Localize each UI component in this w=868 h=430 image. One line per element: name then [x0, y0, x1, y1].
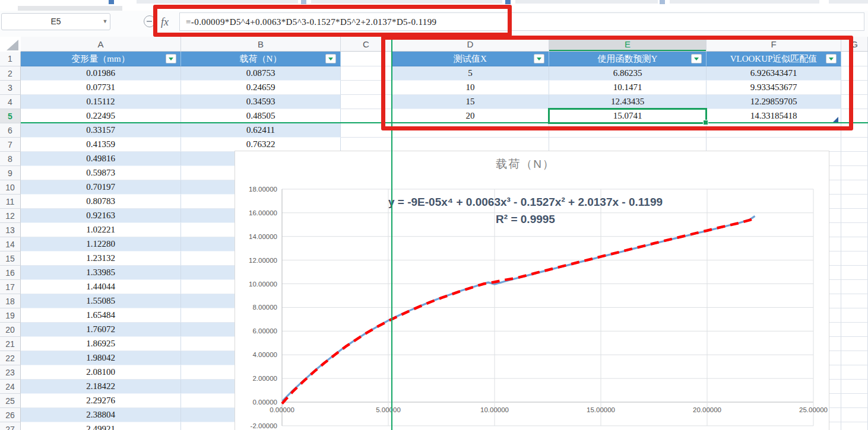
filter-dropdown-icon[interactable]	[166, 54, 176, 63]
row-header-25[interactable]: 25	[0, 394, 21, 408]
row-header-5[interactable]: 5	[0, 109, 21, 123]
cell-E7[interactable]	[549, 138, 707, 152]
cell-G22[interactable]	[841, 351, 868, 365]
cell-A13[interactable]: 1.02221	[21, 223, 181, 237]
cell-G14[interactable]	[841, 237, 868, 251]
cell-G9[interactable]	[841, 166, 868, 180]
row-header-19[interactable]: 19	[0, 308, 21, 323]
chart-area[interactable]: -2.000000.000002.000004.000006.000008.00…	[235, 151, 829, 430]
cell-F7[interactable]	[707, 138, 841, 152]
cell-A10[interactable]: 0.70197	[21, 180, 181, 195]
cell-G7[interactable]	[841, 138, 868, 152]
cell-G17[interactable]	[841, 280, 868, 294]
cell-B2[interactable]: 0.08753	[181, 66, 341, 81]
row-header-9[interactable]: 9	[0, 166, 21, 180]
y-tick-label: 10.00000	[249, 281, 277, 288]
row-header-12[interactable]: 12	[0, 209, 21, 223]
cell-A14[interactable]: 1.12280	[21, 237, 181, 251]
cell-A21[interactable]: 1.86925	[21, 337, 181, 351]
row-header-15[interactable]: 15	[0, 251, 21, 266]
row-header-18[interactable]: 18	[0, 294, 21, 308]
cell-C7[interactable]	[341, 138, 392, 152]
cell-G23[interactable]	[841, 365, 868, 380]
row-header-20[interactable]: 20	[0, 323, 21, 337]
cell-B5[interactable]: 0.48505	[181, 109, 341, 123]
cell-B7[interactable]: 0.76322	[181, 138, 341, 152]
cell-G10[interactable]	[841, 180, 868, 195]
column-header-A[interactable]: A	[21, 37, 181, 52]
select-all-corner[interactable]	[7, 40, 18, 50]
cell-G15[interactable]	[841, 251, 868, 266]
row-header-13[interactable]: 13	[0, 223, 21, 237]
chart-title[interactable]: 载荷（N）	[288, 157, 763, 172]
cell-G19[interactable]	[841, 308, 868, 323]
cell-A16[interactable]: 1.33985	[21, 266, 181, 280]
cell-A26[interactable]: 2.38804	[21, 408, 181, 422]
cell-A27[interactable]: 2.49921	[21, 422, 181, 430]
row-header-1[interactable]: 1	[0, 52, 21, 66]
row-header-4[interactable]: 4	[0, 95, 21, 109]
cell-A4[interactable]: 0.15112	[21, 95, 181, 109]
cell-B3[interactable]: 0.24659	[181, 81, 341, 95]
cell-G13[interactable]	[841, 223, 868, 237]
cell-A5[interactable]: 0.22495	[21, 109, 181, 123]
cell-G11[interactable]	[841, 195, 868, 209]
cell-G12[interactable]	[841, 209, 868, 223]
cell-A18[interactable]: 1.55085	[21, 294, 181, 308]
y-tick-label: 14.00000	[249, 233, 277, 240]
cell-G25[interactable]	[841, 394, 868, 408]
row-header-3[interactable]: 3	[0, 81, 21, 95]
cell-A22[interactable]: 1.98042	[21, 351, 181, 365]
name-box-dropdown-icon[interactable]: ▼	[100, 13, 110, 30]
cell-A9[interactable]: 0.59873	[21, 166, 181, 180]
name-box[interactable]: E5	[1, 13, 110, 30]
filter-dropdown-icon[interactable]	[325, 54, 336, 63]
x-tick-label: 5.00000	[376, 406, 401, 413]
cell-G27[interactable]	[841, 422, 868, 430]
cell-B4[interactable]: 0.34593	[181, 95, 341, 109]
cell-G24[interactable]	[841, 380, 868, 394]
cell-A25[interactable]: 2.29276	[21, 394, 181, 408]
row-header-2[interactable]: 2	[0, 66, 21, 81]
cell-A19[interactable]: 1.65484	[21, 308, 181, 323]
cell-D7[interactable]	[392, 138, 549, 152]
cell-A17[interactable]: 1.44044	[21, 280, 181, 294]
row-header-22[interactable]: 22	[0, 351, 21, 365]
cell-A15[interactable]: 1.23132	[21, 251, 181, 266]
cell-B6[interactable]: 0.62411	[181, 123, 341, 138]
row-header-11[interactable]: 11	[0, 195, 21, 209]
cell-A6[interactable]: 0.33157	[21, 123, 181, 138]
cell-G8[interactable]	[841, 152, 868, 166]
cell-G26[interactable]	[841, 408, 868, 422]
cell-G20[interactable]	[841, 323, 868, 337]
column-header-B[interactable]: B	[181, 37, 341, 52]
cell-A20[interactable]: 1.76072	[21, 323, 181, 337]
row-header-26[interactable]: 26	[0, 408, 21, 422]
row-header-10[interactable]: 10	[0, 180, 21, 195]
cell-A3[interactable]: 0.07731	[21, 81, 181, 95]
cell-G18[interactable]	[841, 294, 868, 308]
row-header-6[interactable]: 6	[0, 123, 21, 138]
cell-A12[interactable]: 0.92163	[21, 209, 181, 223]
row-header-27[interactable]: 27	[0, 422, 21, 430]
cell-G16[interactable]	[841, 266, 868, 280]
row-header-23[interactable]: 23	[0, 365, 21, 380]
header-cell-deformation[interactable]: 变形量（mm）	[21, 52, 181, 66]
cell-G21[interactable]	[841, 337, 868, 351]
row-header-21[interactable]: 21	[0, 337, 21, 351]
cell-A24[interactable]: 2.18422	[21, 380, 181, 394]
cell-A11[interactable]: 0.80783	[21, 195, 181, 209]
header-cell-load[interactable]: 载荷（N）	[181, 52, 341, 66]
cell-A7[interactable]: 0.41359	[21, 138, 181, 152]
row-header-16[interactable]: 16	[0, 266, 21, 280]
row-header-24[interactable]: 24	[0, 380, 21, 394]
cell-A8[interactable]: 0.49816	[21, 152, 181, 166]
row-header-14[interactable]: 14	[0, 237, 21, 251]
cell-A23[interactable]: 2.08100	[21, 365, 181, 380]
cell-A2[interactable]: 0.01986	[21, 66, 181, 81]
data-series-line	[283, 216, 755, 401]
row-header-7[interactable]: 7	[0, 138, 21, 152]
trendline-equation[interactable]: y = -9E-05x⁴ + 0.0063x³ - 0.1527x² + 2.0…	[258, 193, 793, 228]
row-header-8[interactable]: 8	[0, 152, 21, 166]
row-header-17[interactable]: 17	[0, 280, 21, 294]
